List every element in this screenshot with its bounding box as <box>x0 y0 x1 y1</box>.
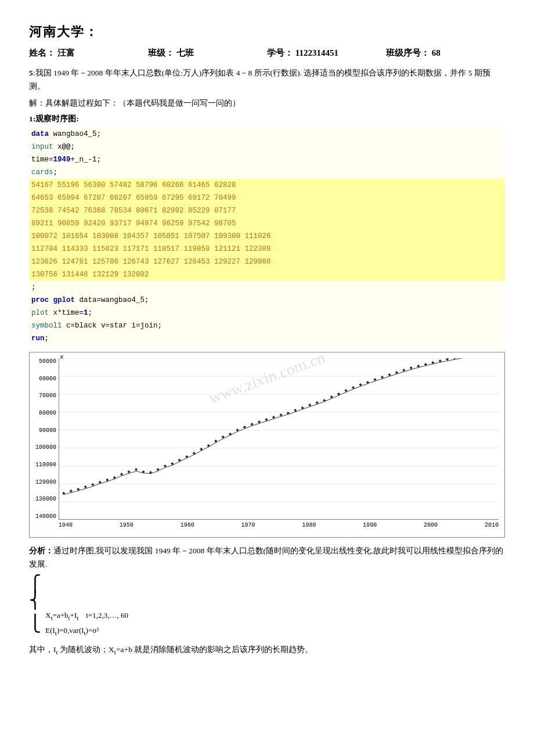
student-name-field: 姓名： 汪富 <box>29 48 148 59</box>
university-title: 河南大学： <box>29 23 505 41</box>
x-tick-1940: 1940 <box>59 522 73 528</box>
x-tick-1960: 1960 <box>181 522 194 528</box>
x-tick-1950: 1950 <box>120 522 134 528</box>
analysis-label: 分析： <box>29 546 53 555</box>
formula-block: ⎧⎨⎩ Xt=a+bt+It t=1,2,3,…, 60 E(It)=0,var… <box>29 576 505 639</box>
class-value: 七班 <box>176 48 194 57</box>
code-line-run: run; <box>29 332 505 345</box>
problem-text: 5:我国 1949 年－2008 年年末人口总数(单位:万人)序列如表 4－8 … <box>29 67 505 93</box>
code-line-semicolon: ; <box>29 281 505 294</box>
x-tick-1970: 1970 <box>241 522 255 528</box>
code-line-plot: plot x*time=1; <box>29 307 505 319</box>
code-line-cards: cards; <box>29 166 505 179</box>
y-tick-60000: 60000 <box>39 376 56 382</box>
y-tick-90000: 90000 <box>39 427 56 434</box>
analysis-block: 分析：通过时序图,我可以发现我国 1949 年－2008 年年末人口总数(随时间… <box>29 545 505 571</box>
data-row-1: 54167 55196 56300 57482 58796 60266 6146… <box>29 179 505 192</box>
code-line-symbol: symbol1 c=black v=star i=join; <box>29 319 505 332</box>
student-class-field: 班级： 七班 <box>148 48 267 59</box>
problem-number: 5 <box>29 69 33 77</box>
formula-lines: Xt=a+bt+It t=1,2,3,…, 60 E(It)=0,var(It)… <box>45 609 128 639</box>
student-seat-field: 班级序号： 68 <box>386 48 505 59</box>
y-tick-70000: 70000 <box>39 393 56 399</box>
y-tick-120000: 120000 <box>35 479 56 485</box>
y-tick-80000: 80000 <box>39 410 56 416</box>
formula-brace: ⎧⎨⎩ <box>29 575 41 632</box>
chart-container: x 140000 130000 120000 110000 100000 900… <box>29 352 505 538</box>
seat-value: 68 <box>432 48 441 57</box>
svg-text:+: + <box>63 490 66 495</box>
x-tick-2010: 2010 <box>485 522 499 528</box>
data-row-8: 130756 131448 132129 132802 <box>29 268 505 281</box>
data-row-4: 89211 90859 92420 93717 94974 96259 9754… <box>29 217 505 230</box>
solution-intro: 解：具体解题过程如下：（本题代码我是做一问写一问的） <box>29 97 505 110</box>
data-row-3: 72538 74542 76368 78534 80671 82992 8522… <box>29 204 505 217</box>
section1-header: 1:观察时序图: <box>29 114 505 124</box>
name-label: 姓名： <box>29 48 55 57</box>
id-value: 1122314451 <box>295 48 338 57</box>
seat-label: 班级序号： <box>386 48 430 57</box>
x-tick-2000: 2000 <box>424 522 438 528</box>
x-axis-ticks: 1940 1950 1960 1970 1980 1990 2000 2010 <box>59 520 499 537</box>
data-row-7: 123626 124761 125786 126743 127627 12845… <box>29 255 505 268</box>
class-label: 班级： <box>148 48 174 57</box>
y-tick-110000: 110000 <box>35 462 56 468</box>
x-tick-1980: 1980 <box>302 522 316 528</box>
problem-body: :我国 1949 年－2008 年年末人口总数(单位:万人)序列如表 4－8 所… <box>29 69 490 91</box>
data-row-5: 100072 101654 103008 104357 105851 10750… <box>29 230 505 243</box>
y-tick-100000: 100000 <box>35 444 56 451</box>
analysis-text1: 通过时序图,我可以发现我国 1949 年－2008 年年末人口总数(随时间的变化… <box>29 546 503 568</box>
student-info-row: 姓名： 汪富 班级： 七班 学号： 1122314451 班级序号： 68 <box>29 48 505 59</box>
svg-text:+: + <box>149 469 152 474</box>
formula-line-1: Xt=a+bt+It t=1,2,3,…, 60 <box>45 609 128 624</box>
data-row-6: 112704 114333 115823 117171 118517 11985… <box>29 243 505 255</box>
student-id-field: 学号： 1122314451 <box>267 48 386 59</box>
y-tick-50000: 50000 <box>39 358 56 365</box>
code-line-data: data wangbao4_5; <box>29 128 505 141</box>
chart-svg: + + + + + + + + + + + <box>59 358 499 520</box>
data-points: + + + + + + + + + + + <box>63 358 493 496</box>
name-value: 汪富 <box>57 48 75 57</box>
id-label: 学号： <box>267 48 293 57</box>
y-tick-130000: 130000 <box>35 496 56 502</box>
x-tick-1990: 1990 <box>363 522 377 528</box>
conclusion-text: 其中，It 为随机波动；Xt=a+b 就是消除随机波动的影响之后该序列的长期趋势… <box>29 643 505 658</box>
data-row-2: 64653 65994 67207 66207 65859 67295 6917… <box>29 192 505 204</box>
svg-text:+: + <box>446 358 449 362</box>
code-line-time: time=1949+_n_-1; <box>29 153 505 166</box>
y-axis-ticks: 140000 130000 120000 110000 100000 90000… <box>30 358 59 520</box>
code-block: data wangbao4_5; input x@@; time=1949+_n… <box>29 127 505 346</box>
code-line-proc: proc gplot data=wangbao4_5; <box>29 294 505 307</box>
code-line-input: input x@@; <box>29 141 505 153</box>
formula-line-2: E(It)=0,var(It)=σ² <box>45 624 128 639</box>
y-tick-140000: 140000 <box>35 513 56 520</box>
